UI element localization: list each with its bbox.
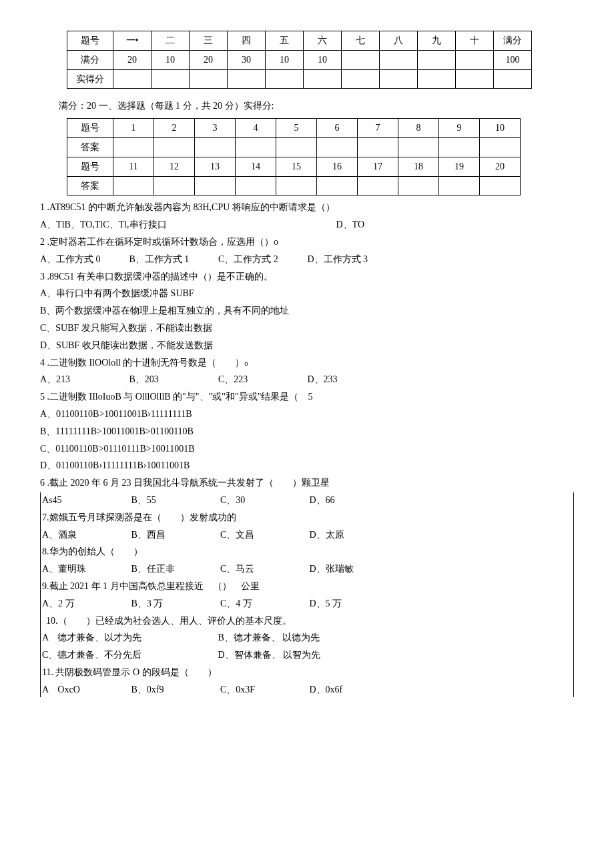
- cell: 20: [113, 50, 151, 69]
- cell: 17: [358, 157, 398, 176]
- cell: [228, 69, 266, 89]
- option-a: A、2 万: [42, 596, 129, 612]
- cell: [358, 176, 398, 195]
- cell: [154, 137, 195, 157]
- question-6-options: As45 B、55 C、30 D、66: [42, 492, 572, 508]
- cell: 七: [342, 31, 380, 51]
- cell: [380, 50, 418, 69]
- cell: [317, 137, 358, 157]
- question-1: 1 .AT89C51 的中断允许触发器内容为 83H,CPU 将响应的中断请求是…: [40, 199, 574, 215]
- question-9: 9.截止 2021 年 1 月中国高铁总里程接近 （） 公里: [42, 578, 572, 594]
- question-6: 6 .截止 2020 年 6 月 23 日我国北斗导航系统一共发射了（ ）颗卫星: [40, 475, 574, 491]
- cell: 一•: [113, 31, 151, 51]
- cell: 3: [195, 119, 236, 138]
- table-row: 答案: [67, 176, 521, 195]
- cell: [304, 69, 342, 89]
- cell: 19: [439, 157, 480, 176]
- cell: 题号: [67, 119, 113, 138]
- option-b: B、两个数据缓冲器在物理上是相互独立的，具有不同的地址: [40, 303, 574, 319]
- cell: 题号: [67, 157, 113, 176]
- cell: 18: [398, 157, 439, 176]
- option-a: A、TlB、TO,TlC、Tl,串行接口: [40, 217, 334, 233]
- cell: 答案: [67, 137, 113, 157]
- option-d: D、太原: [310, 527, 396, 543]
- option-a: As45: [42, 492, 129, 508]
- cell: [480, 176, 521, 195]
- option-c: C、德才兼备、不分先后: [42, 647, 216, 663]
- cell: [266, 69, 304, 89]
- option-a: A、董明珠: [42, 561, 129, 577]
- option-c: C、01100110B>01110111B>10011001B: [40, 441, 574, 457]
- option-c: C、马云: [220, 561, 307, 577]
- cell: [380, 69, 418, 89]
- question-11-options: A OxcO B、0xf9 C、0x3F D、0x6f: [42, 682, 572, 698]
- option-d: D、233: [308, 372, 394, 388]
- cell: 16: [317, 157, 358, 176]
- cell: 10: [151, 50, 190, 69]
- option-c: C、30: [220, 492, 307, 508]
- table-row: 题号 11 12 13 14 15 16 17 18 19 20: [67, 157, 521, 176]
- cell: 八: [380, 31, 418, 51]
- cell: [480, 137, 521, 157]
- cell: 满分: [67, 50, 113, 69]
- option-b: B、任正非: [131, 561, 218, 577]
- option-d: D、5 万: [310, 596, 396, 612]
- option-c: C、223: [218, 372, 305, 388]
- cell: [494, 69, 532, 89]
- score-table: 题号 一• 二 三 四 五 六 七 八 九 十 满分 满分 20 10 20 3…: [67, 31, 532, 89]
- cell: 6: [317, 119, 358, 138]
- option-a: A、01100110B>10011001B›11111111B: [40, 406, 574, 422]
- option-a: A 德才兼备、以才为先: [42, 630, 216, 646]
- question-1-options: A、TlB、TO,TlC、Tl,串行接口 D、TO: [40, 217, 574, 233]
- cell: [456, 69, 494, 89]
- cell: [154, 176, 195, 195]
- cell: 12: [154, 157, 195, 176]
- question-3: 3 .89C51 有关串口数据缓冲器的描述中（）是不正确的。: [40, 269, 574, 285]
- cell: 15: [276, 157, 317, 176]
- cell: [342, 69, 380, 89]
- cell: [190, 69, 228, 89]
- option-c: C、文昌: [220, 527, 307, 543]
- table-row: 题号 一• 二 三 四 五 六 七 八 九 十 满分: [67, 31, 532, 51]
- cell: [113, 69, 151, 89]
- cell: [236, 137, 276, 157]
- cell: [418, 69, 456, 89]
- cell: 10: [480, 119, 521, 138]
- question-10: 10.（ ）已经成为社会选人、用人、评价人的基本尺度。: [46, 613, 572, 629]
- option-c: C、SUBF 发只能写入数据，不能读出数据: [40, 320, 574, 336]
- option-d: D、智体兼备、 以智为先: [218, 647, 321, 663]
- cell: 实得分: [67, 69, 113, 89]
- option-b: B、3 万: [131, 596, 218, 612]
- option-c: C、0x3F: [220, 682, 307, 698]
- cell: 五: [266, 31, 304, 51]
- option-d: D、工作方式 3: [308, 252, 394, 268]
- option-b: B、德才兼备、 以德为先: [218, 630, 320, 646]
- cell: 14: [236, 157, 276, 176]
- option-b: B、0xf9: [131, 682, 218, 698]
- table-row: 满分 20 10 20 30 10 10 100: [67, 50, 532, 69]
- cell: 30: [228, 50, 266, 69]
- question-2-options: A、工作方式 0 B、工作方式 1 C、工作方式 2 D、工作方式 3: [40, 252, 574, 268]
- cell: [113, 137, 154, 157]
- cell: [276, 137, 317, 157]
- cell: [358, 137, 398, 157]
- cell: 九: [418, 31, 456, 51]
- option-d: D、张瑞敏: [310, 561, 396, 577]
- question-4: 4 .二进制数 IlOOloll 的十进制无符号数是（ ）₀: [40, 355, 574, 371]
- cell: [439, 137, 480, 157]
- cell: [398, 137, 439, 157]
- cell: 10: [266, 50, 304, 69]
- cell: 十: [456, 31, 494, 51]
- question-9-options: A、2 万 B、3 万 C、4 万 D、5 万: [42, 596, 572, 612]
- cell: [456, 50, 494, 69]
- cell: 13: [195, 157, 236, 176]
- cell: 5: [276, 119, 317, 138]
- answer-table: 题号 1 2 3 4 5 6 7 8 9 10 答案 题号 11 12 13 1…: [67, 118, 521, 195]
- cell: 9: [439, 119, 480, 138]
- cell: [151, 69, 190, 89]
- cell: [276, 176, 317, 195]
- option-b: B、西昌: [131, 527, 218, 543]
- option-b: B、11111111B>10011001B>01100110B: [40, 424, 574, 440]
- cell: 11: [113, 157, 154, 176]
- table-row: 实得分: [67, 69, 532, 89]
